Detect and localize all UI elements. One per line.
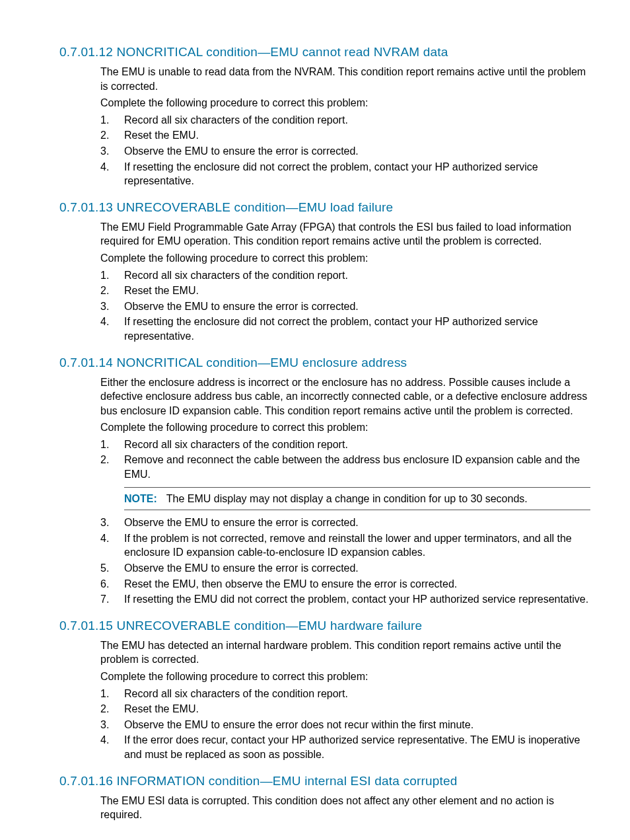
- paragraph: Complete the following procedure to corr…: [100, 669, 590, 684]
- paragraph: The EMU ESI data is corrupted. This cond…: [100, 794, 590, 822]
- procedure-list: Record all six characters of the conditi…: [100, 113, 590, 188]
- section-heading: 0.7.01.14 NONCRITICAL condition—EMU encl…: [59, 356, 590, 370]
- section-heading: 0.7.01.16 INFORMATION condition—EMU inte…: [59, 774, 590, 788]
- note-label: NOTE:: [124, 493, 157, 504]
- list-item: Remove and reconnect the cable between t…: [100, 453, 590, 481]
- paragraph: The EMU has detected an internal hardwar…: [100, 638, 590, 667]
- list-item: If the error does recur, contact your HP…: [100, 733, 590, 761]
- note-box: NOTE:The EMU display may not display a c…: [124, 487, 590, 511]
- section-body: Either the enclosure address is incorrec…: [100, 375, 590, 607]
- paragraph: Either the enclosure address is incorrec…: [100, 375, 590, 418]
- list-item: If the problem is not corrected, remove …: [100, 531, 590, 560]
- paragraph: The EMU is unable to read data from the …: [100, 65, 590, 93]
- section-body: The EMU ESI data is corrupted. This cond…: [100, 794, 590, 822]
- procedure-list: Observe the EMU to ensure the error is c…: [100, 515, 590, 607]
- list-item: Observe the EMU to ensure the error is c…: [100, 299, 590, 314]
- list-item: Observe the EMU to ensure the error is c…: [100, 515, 590, 530]
- list-item: Observe the EMU to ensure the error does…: [100, 718, 590, 732]
- list-item: Record all six characters of the conditi…: [100, 113, 590, 128]
- paragraph: The EMU Field Programmable Gate Array (F…: [100, 220, 590, 248]
- list-item: If resetting the enclosure did not corre…: [100, 315, 590, 343]
- list-item: Reset the EMU.: [100, 284, 590, 298]
- list-item: Record all six characters of the conditi…: [100, 268, 590, 283]
- section-body: The EMU is unable to read data from the …: [100, 65, 590, 188]
- section-heading: 0.7.01.13 UNRECOVERABLE condition—EMU lo…: [59, 200, 590, 215]
- procedure-list: Record all six characters of the conditi…: [100, 687, 590, 762]
- list-item: Reset the EMU, then observe the EMU to e…: [100, 577, 590, 592]
- paragraph: Complete the following procedure to corr…: [100, 96, 590, 110]
- paragraph: Complete the following procedure to corr…: [100, 420, 590, 435]
- procedure-list: Record all six characters of the conditi…: [100, 438, 590, 482]
- list-item: Record all six characters of the conditi…: [100, 438, 590, 452]
- section-body: The EMU has detected an internal hardwar…: [100, 638, 590, 762]
- procedure-list: Record all six characters of the conditi…: [100, 268, 590, 344]
- section-heading: 0.7.01.15 UNRECOVERABLE condition—EMU ha…: [59, 619, 590, 633]
- list-item: Record all six characters of the conditi…: [100, 687, 590, 701]
- list-item: Observe the EMU to ensure the error is c…: [100, 561, 590, 576]
- list-item: If resetting the enclosure did not corre…: [100, 160, 590, 188]
- list-item: If resetting the EMU did not correct the…: [100, 592, 590, 607]
- list-item: Observe the EMU to ensure the error is c…: [100, 144, 590, 159]
- paragraph: Complete the following procedure to corr…: [100, 251, 590, 266]
- page-container: 0.7.01.12 NONCRITICAL condition—EMU cann…: [0, 0, 630, 840]
- section-body: The EMU Field Programmable Gate Array (F…: [100, 220, 590, 344]
- note-text: The EMU display may not display a change…: [166, 493, 528, 504]
- section-heading: 0.7.01.12 NONCRITICAL condition—EMU cann…: [59, 45, 590, 59]
- list-item: Reset the EMU.: [100, 702, 590, 716]
- list-item: Reset the EMU.: [100, 128, 590, 143]
